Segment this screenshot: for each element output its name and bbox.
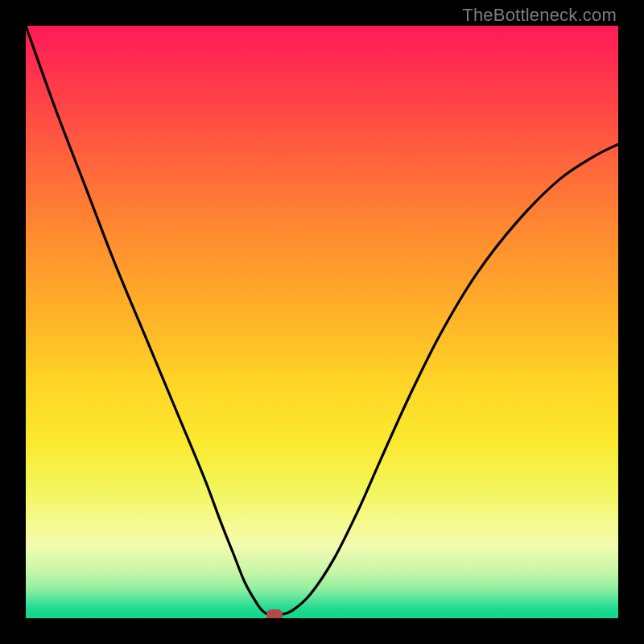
watermark-label: TheBottleneck.com (462, 5, 617, 26)
optimal-marker-icon (266, 609, 283, 618)
chart-frame: TheBottleneck.com (0, 0, 644, 644)
bottleneck-curve (26, 26, 618, 618)
plot-area (26, 26, 618, 618)
